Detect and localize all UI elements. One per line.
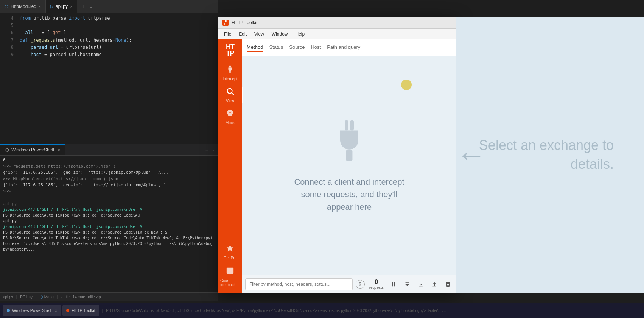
- logo-text: HTTP: [226, 43, 234, 57]
- svg-rect-2: [229, 71, 231, 73]
- select-exchange-text: Select an exchange todetails.: [479, 136, 621, 174]
- svg-rect-10: [394, 282, 395, 286]
- export-button[interactable]: [429, 279, 440, 290]
- filter-tab-source[interactable]: Source: [289, 43, 305, 52]
- app-icon: HTTP: [222, 20, 229, 26]
- close-icon[interactable]: ×: [39, 5, 41, 9]
- filter-tab-path[interactable]: Path and query: [327, 43, 360, 52]
- down-button[interactable]: [402, 279, 412, 290]
- empty-state-message: Connect a client and intercept some requ…: [292, 176, 406, 213]
- filter-tab-method[interactable]: Method: [247, 43, 263, 52]
- menu-window[interactable]: Window: [269, 31, 291, 37]
- bottom-bar: ? 0 requests: [242, 275, 456, 293]
- requests-label: requests: [369, 285, 384, 290]
- filter-tab-host[interactable]: Host: [311, 43, 321, 52]
- terminal-tab-bar: ⬡ Windows PowerShell × + ⌄: [0, 144, 218, 156]
- taskbar-dot: [66, 309, 69, 312]
- close-icon[interactable]: ×: [55, 309, 57, 313]
- mask-icon: [226, 109, 234, 119]
- vscode-tab-bar: ⬡ HttpModuled × ▷ api.py × + ⌄: [0, 0, 218, 13]
- svg-rect-1: [230, 66, 231, 68]
- window-menubar: File Edit View Window Help: [218, 29, 456, 39]
- cursor-indicator: [401, 80, 412, 90]
- menu-file[interactable]: File: [221, 31, 234, 37]
- filter-bar: Method Status Source Host Path and query: [242, 39, 456, 56]
- svg-rect-11: [405, 282, 409, 283]
- requests-counter: 0 requests: [369, 279, 384, 290]
- filter-tabs: Method Status Source Host Path and query: [247, 43, 360, 52]
- select-exchange-container: ← Select an exchange todetails.: [479, 136, 621, 174]
- taskbar-item-http-toolkit[interactable]: HTTP Toolkit: [62, 305, 99, 316]
- sidebar-item-get-pro-label: Get Pro: [224, 256, 236, 260]
- sidebar: HTTP Intercept: [218, 39, 242, 293]
- close-terminal-icon[interactable]: ×: [58, 148, 60, 152]
- taskbar-info: PS D:\Source Code\Auto TikTok New> d:; c…: [106, 309, 446, 313]
- arrow-left-icon: ←: [456, 137, 487, 172]
- http-toolkit-window: HTTP HTTP Toolkit File Edit View Window …: [218, 17, 456, 293]
- terminal-nav-button[interactable]: ⌄: [211, 147, 215, 153]
- sidebar-item-mock[interactable]: Mock: [219, 106, 241, 128]
- tab-nav-button[interactable]: ⌄: [87, 4, 94, 9]
- terminal-tab-powershell[interactable]: ⬡ Windows PowerShell ×: [0, 144, 65, 155]
- filter-tab-status[interactable]: Status: [269, 43, 283, 52]
- sidebar-item-view-label: View: [226, 99, 234, 103]
- taskbar-dot: [7, 309, 10, 312]
- plug-empty-icon: [327, 118, 372, 164]
- svg-line-4: [232, 93, 233, 95]
- taskbar: Windows PowerShell × HTTP Toolkit | PS D…: [0, 303, 644, 318]
- requests-count: 0: [375, 279, 378, 285]
- pause-button[interactable]: [388, 279, 399, 290]
- add-terminal-button[interactable]: +: [205, 147, 208, 153]
- window-body: HTTP Intercept: [218, 39, 456, 293]
- filter-input[interactable]: [245, 278, 353, 290]
- svg-rect-0: [229, 66, 230, 68]
- window-titlebar: HTTP HTTP Toolkit: [218, 17, 456, 29]
- vscode-tab-httpmoduled[interactable]: ⬡ HttpModuled ×: [0, 0, 46, 13]
- star-icon: [226, 244, 234, 254]
- add-tab-button[interactable]: +: [80, 4, 87, 9]
- window-title: HTTP Toolkit: [232, 20, 257, 25]
- taskbar-label: HTTP Toolkit: [72, 308, 95, 313]
- menu-edit[interactable]: Edit: [236, 31, 250, 37]
- svg-rect-7: [350, 120, 354, 130]
- clear-button[interactable]: [443, 279, 453, 290]
- sidebar-logo: HTTP: [221, 41, 239, 59]
- code-editor: 4from urllib.parse import urlparse 5 6__…: [0, 13, 218, 60]
- sidebar-item-intercept-label: Intercept: [223, 77, 238, 81]
- empty-state: Connect a client and intercept some requ…: [242, 56, 456, 275]
- import-button[interactable]: [415, 279, 426, 290]
- svg-rect-8: [346, 149, 353, 161]
- status-bar: api.py | PC hay | ⬡ Mang | static 14 muc…: [0, 292, 218, 301]
- help-button[interactable]: ?: [356, 280, 365, 289]
- comment-icon: [226, 267, 234, 277]
- menu-help[interactable]: Help: [292, 31, 308, 37]
- close-icon[interactable]: ×: [70, 5, 72, 9]
- terminal-panel: ⬡ Windows PowerShell × + ⌄ 0 >>> request…: [0, 144, 218, 318]
- sidebar-item-mock-label: Mock: [226, 121, 235, 125]
- main-content: Method Status Source Host Path and query…: [242, 39, 456, 293]
- plug-icon: [226, 65, 234, 75]
- menu-view[interactable]: View: [251, 31, 267, 37]
- search-icon: [226, 87, 234, 97]
- sidebar-bottom: Get Pro Give feedback: [219, 241, 241, 292]
- vscode-tab-api[interactable]: ▷ api.py ×: [46, 0, 77, 13]
- sidebar-item-give-feedback[interactable]: Give feedback: [219, 264, 241, 290]
- right-panel: ← Select an exchange todetails.: [456, 17, 644, 293]
- sidebar-item-intercept[interactable]: Intercept: [219, 62, 241, 84]
- sidebar-item-give-feedback-label: Give feedback: [220, 279, 240, 287]
- svg-marker-5: [227, 245, 233, 251]
- taskbar-separator: |: [102, 309, 103, 313]
- svg-rect-6: [345, 120, 348, 130]
- sidebar-item-get-pro[interactable]: Get Pro: [219, 241, 241, 263]
- taskbar-label: Windows PowerShell: [12, 308, 51, 313]
- terminal-content: 0 >>> requests.get('https://jsonip.com')…: [0, 156, 218, 254]
- sidebar-item-view[interactable]: View: [219, 84, 241, 106]
- svg-rect-9: [392, 282, 393, 286]
- taskbar-item-powershell[interactable]: Windows PowerShell ×: [3, 305, 61, 316]
